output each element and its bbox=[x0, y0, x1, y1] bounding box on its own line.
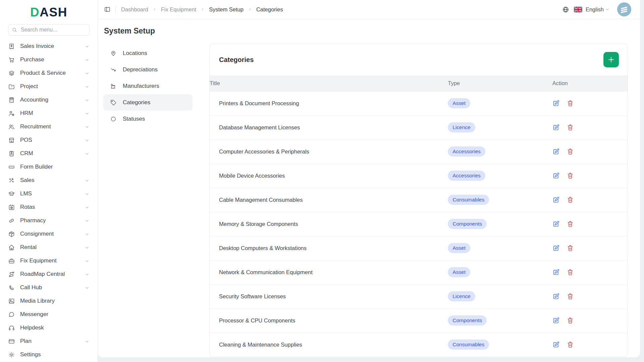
main-content: Dashboard Fix Equipment System Setup Cat… bbox=[98, 0, 640, 357]
breadcrumb-item[interactable]: System Setup bbox=[196, 6, 244, 13]
sidebar-item[interactable]: Fix Equipment bbox=[0, 254, 98, 267]
sidebar-item[interactable]: Accounting bbox=[0, 93, 98, 107]
sidebar-item[interactable]: Rotas bbox=[0, 200, 98, 214]
sidebar-item[interactable]: POS bbox=[0, 133, 98, 147]
table-row: Desktop Computers & Workstations Asset bbox=[210, 236, 628, 260]
table-row: Cable Management Consumables Consumables bbox=[210, 188, 628, 212]
language-selector[interactable]: English bbox=[586, 6, 604, 13]
sidebar-item[interactable]: Helpdesk bbox=[0, 321, 98, 335]
table-row: Network & Communication Equipment Asset bbox=[210, 260, 628, 284]
edit-button[interactable] bbox=[552, 341, 560, 348]
sidebar-item-label: CRM bbox=[20, 150, 79, 157]
breadcrumb-item[interactable]: Fix Equipment bbox=[148, 6, 196, 13]
breadcrumb-item[interactable]: Categories bbox=[244, 6, 283, 13]
delete-button[interactable] bbox=[567, 124, 574, 131]
phone-icon bbox=[8, 284, 15, 291]
sidebar-item[interactable]: Sales bbox=[0, 174, 98, 187]
type-badge: Consumables bbox=[448, 195, 489, 205]
type-badge: Licence bbox=[448, 122, 475, 132]
calculator-icon bbox=[8, 97, 15, 104]
delete-button[interactable] bbox=[567, 196, 574, 203]
sidebar-item-label: Consignment bbox=[20, 231, 79, 237]
delete-button[interactable] bbox=[567, 148, 574, 155]
sidebar-item[interactable]: Call Hub bbox=[0, 281, 98, 294]
sidebar-item[interactable]: Rental bbox=[0, 241, 98, 254]
edit-button[interactable] bbox=[552, 268, 560, 276]
chevron-down-icon bbox=[85, 205, 90, 210]
sidebar-item[interactable]: Project bbox=[0, 80, 98, 93]
edit-button[interactable] bbox=[552, 220, 560, 228]
sidebar-item[interactable]: Sales Invoice bbox=[0, 40, 98, 53]
chevron-down-icon bbox=[85, 151, 90, 156]
breadcrumb-item[interactable]: Dashboard bbox=[121, 6, 148, 13]
user-avatar[interactable] bbox=[617, 2, 631, 16]
delete-button[interactable] bbox=[567, 244, 574, 252]
sidebar-item[interactable]: Product & Service bbox=[0, 66, 98, 80]
category-title: Processor & CPU Components bbox=[210, 308, 448, 333]
cart-icon bbox=[8, 56, 15, 63]
sidebar-item-label: Helpdesk bbox=[20, 324, 79, 331]
table-row: Mobile Device Accessories Accessories bbox=[210, 164, 628, 188]
edit-button[interactable] bbox=[552, 148, 560, 155]
edit-button[interactable] bbox=[552, 124, 560, 131]
category-title: Printers & Document Processing bbox=[210, 91, 448, 115]
type-badge: Asset bbox=[448, 267, 470, 277]
menu-search[interactable] bbox=[8, 24, 90, 36]
setup-menu-item[interactable]: Manufacturers bbox=[103, 78, 193, 94]
setup-menu-item[interactable]: Locations bbox=[103, 45, 193, 61]
sidebar-item[interactable]: Purchase bbox=[0, 53, 98, 66]
edit-button[interactable] bbox=[552, 172, 560, 179]
table-row: Cleaning & Maintenance Supplies Consumab… bbox=[210, 333, 628, 357]
sidebar-item[interactable]: Media Library bbox=[0, 294, 98, 308]
edit-button[interactable] bbox=[552, 244, 560, 252]
delete-button[interactable] bbox=[567, 100, 574, 107]
delete-button[interactable] bbox=[567, 268, 574, 276]
headset-icon bbox=[8, 324, 15, 331]
sidebar-item-label: Accounting bbox=[20, 97, 79, 103]
sidebar-item[interactable]: RoadMap Central bbox=[0, 267, 98, 281]
input-box-icon bbox=[8, 164, 15, 171]
edit-button[interactable] bbox=[552, 317, 560, 324]
sidebar-item-label: POS bbox=[20, 137, 79, 143]
chevron-down-icon[interactable] bbox=[605, 7, 610, 12]
edit-button[interactable] bbox=[552, 100, 560, 107]
pill-icon bbox=[8, 217, 15, 224]
type-badge: Asset bbox=[448, 243, 470, 253]
category-title: Security Software Licenses bbox=[210, 284, 448, 308]
sidebar-item[interactable]: Form Builder bbox=[0, 160, 98, 174]
delete-button[interactable] bbox=[567, 220, 574, 228]
sidebar-item[interactable]: Consignment bbox=[0, 227, 98, 241]
sidebar-item-label: Plan bbox=[20, 338, 79, 345]
uk-flag-icon[interactable] bbox=[574, 7, 582, 12]
chevron-right-icon bbox=[200, 7, 205, 12]
globe-icon[interactable] bbox=[562, 6, 569, 13]
sidebar: DASH Sales Invoice Purchase Product & Se… bbox=[0, 0, 98, 362]
setup-menu-item[interactable]: Depreciations bbox=[103, 61, 193, 78]
sidebar-item[interactable]: Messenger bbox=[0, 308, 98, 321]
sidebar-item-label: HRM bbox=[20, 110, 79, 117]
trending-down-icon bbox=[110, 66, 117, 73]
sidebar-item[interactable]: HRM bbox=[0, 107, 98, 120]
logo-letter-d: D bbox=[30, 5, 40, 19]
sidebar-item[interactable]: Pharmacy bbox=[0, 214, 98, 227]
sidebar-item[interactable]: CRM bbox=[0, 147, 98, 160]
sidebar-item-label: Messenger bbox=[20, 311, 79, 318]
edit-button[interactable] bbox=[552, 293, 560, 300]
sidebar-item[interactable]: LMS bbox=[0, 187, 98, 200]
panel-toggle-icon[interactable] bbox=[104, 6, 111, 13]
search-input[interactable] bbox=[20, 26, 91, 33]
edit-button[interactable] bbox=[552, 196, 560, 203]
delete-button[interactable] bbox=[567, 293, 574, 300]
setup-menu-item[interactable]: Categories bbox=[103, 94, 193, 111]
delete-button[interactable] bbox=[567, 172, 574, 179]
sidebar-item[interactable]: Recruitment bbox=[0, 120, 98, 133]
sidebar-item[interactable]: Settings bbox=[0, 348, 98, 361]
delete-button[interactable] bbox=[567, 341, 574, 348]
person-gear-icon bbox=[8, 110, 15, 117]
setup-menu-item[interactable]: Statuses bbox=[103, 111, 193, 127]
breadcrumb-label: System Setup bbox=[209, 6, 244, 13]
map-pin-icon bbox=[110, 50, 117, 57]
delete-button[interactable] bbox=[567, 317, 574, 324]
add-category-button[interactable] bbox=[603, 52, 619, 67]
sidebar-item[interactable]: Plan bbox=[0, 335, 98, 348]
